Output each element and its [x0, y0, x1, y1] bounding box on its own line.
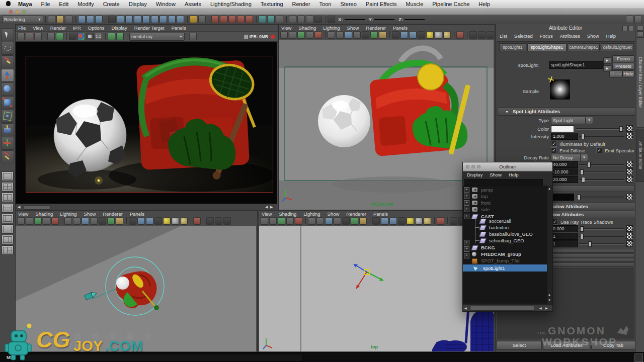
- vp-lock-camera-icon[interactable]: [289, 31, 296, 39]
- spot-light-attributes-section[interactable]: ▼Spot Light Attributes: [498, 108, 641, 116]
- vp-shaded-icon[interactable]: [400, 31, 408, 39]
- scroll-left-icon[interactable]: ◀: [539, 306, 542, 311]
- vp-use-lights-icon[interactable]: [407, 217, 414, 225]
- ray-depth-limit-input[interactable]: 1: [551, 240, 578, 247]
- slider-handle[interactable]: [581, 134, 585, 139]
- rendering-mask-icon[interactable]: [168, 16, 176, 23]
- vp-grid-icon[interactable]: [308, 217, 315, 225]
- rv-menu-render-target[interactable]: Render Target: [134, 25, 165, 31]
- menu-display[interactable]: Display: [124, 0, 151, 9]
- outliner-menu-display[interactable]: Display: [467, 172, 482, 177]
- slider-handle[interactable]: [582, 177, 585, 183]
- outliner-hscrollbar[interactable]: ◀ ◀ ▶: [463, 304, 552, 311]
- expander-icon[interactable]: +: [464, 253, 469, 258]
- vp-resolution-gate-icon[interactable]: [82, 217, 89, 225]
- sv-menu-show[interactable]: Show: [84, 211, 96, 217]
- decay-dropdown-arrow-icon[interactable]: ▼: [580, 154, 588, 161]
- vp-camera-attrs-icon[interactable]: [34, 217, 42, 225]
- use-raytrace-shadows-checkbox[interactable]: ✓ Use Ray Trace Shadows: [552, 219, 613, 225]
- slider-handle[interactable]: [580, 226, 584, 232]
- vp-lock-camera-icon[interactable]: [26, 217, 33, 225]
- penumbra-angle-input[interactable]: -10.000: [551, 168, 578, 175]
- menu-stereo[interactable]: Stereo: [336, 0, 361, 9]
- vp-film-gate-icon[interactable]: [336, 31, 344, 39]
- shadow-rays-map-button[interactable]: [626, 233, 633, 239]
- snap-point-icon[interactable]: [228, 16, 236, 23]
- vp-safe-title-icon[interactable]: [359, 217, 367, 225]
- close-window-icon[interactable]: [9, 10, 13, 14]
- command-line-input[interactable]: [20, 354, 303, 361]
- shadow-color-swatch[interactable]: [551, 194, 574, 201]
- z-coord-input[interactable]: [405, 19, 425, 20]
- persp-menu-shading[interactable]: Shading: [298, 25, 316, 31]
- x-coord-input[interactable]: [345, 19, 365, 20]
- scroll-down-icon[interactable]: ▼: [548, 298, 551, 303]
- surfaces-mask-icon[interactable]: [142, 16, 150, 23]
- rv-1to1-icon[interactable]: 1:1: [95, 33, 102, 40]
- raise-panel-icon[interactable]: [637, 26, 643, 31]
- select-all-mask-icon[interactable]: [117, 16, 124, 23]
- intensity-map-button[interactable]: [626, 133, 633, 139]
- vp-use-lights-icon[interactable]: [426, 31, 434, 39]
- select-hierarchy-icon[interactable]: [78, 16, 86, 23]
- rv-redo-render-icon[interactable]: [26, 33, 33, 40]
- sv-menu-renderer[interactable]: Renderer: [103, 211, 123, 217]
- ae-menu-focus[interactable]: Focus: [540, 33, 553, 39]
- persp-menu-lighting[interactable]: Lighting: [323, 25, 340, 31]
- vp-xray-joints-icon[interactable]: [478, 31, 486, 39]
- slider-handle[interactable]: [587, 162, 591, 167]
- vp-bookmark-icon[interactable]: [286, 217, 294, 225]
- input-connections-icon[interactable]: [259, 16, 266, 23]
- vp-textured-icon[interactable]: [409, 31, 417, 39]
- ae-menu-show[interactable]: Show: [587, 33, 599, 39]
- expander-icon[interactable]: +: [464, 200, 469, 206]
- vp-wireframe-icon[interactable]: [392, 31, 399, 39]
- emit-specular-checkbox[interactable]: ✓ Emit Specular: [596, 147, 634, 153]
- rv-menu-display[interactable]: Display: [112, 25, 127, 31]
- ae-show-button[interactable]: Show: [609, 70, 622, 77]
- rotate-tool-icon[interactable]: [1, 82, 14, 96]
- layout-persp-graph-icon[interactable]: [2, 224, 14, 234]
- menu-render[interactable]: Render: [288, 0, 315, 9]
- scroll-left-icon[interactable]: ◀: [464, 306, 467, 311]
- vp-isolate-select-icon[interactable]: [437, 217, 444, 225]
- ae-presets-button[interactable]: Presets: [612, 63, 634, 70]
- expander-icon[interactable]: +: [464, 207, 469, 212]
- zoom-window-icon[interactable]: [22, 10, 26, 14]
- vp-checker-icon[interactable]: [154, 217, 162, 225]
- scroll-right-icon[interactable]: ▶: [270, 205, 273, 210]
- persp-menu-renderer[interactable]: Renderer: [366, 25, 386, 31]
- layout-two-pane-stacked-icon[interactable]: [2, 203, 14, 213]
- select-object-icon[interactable]: [87, 16, 94, 23]
- sv-menu-lighting[interactable]: Lighting: [60, 211, 76, 217]
- vp-textured-icon[interactable]: [146, 217, 153, 225]
- vp-checker-icon[interactable]: [398, 217, 406, 225]
- ae-tab-spotlightshape1[interactable]: spotLightShape1: [527, 43, 567, 51]
- vp-bookmark-icon[interactable]: [43, 217, 50, 225]
- expander-icon[interactable]: +: [464, 194, 469, 199]
- ae-swap-up-icon[interactable]: ▶: [603, 57, 611, 64]
- rv-menu-ipr[interactable]: IPR: [73, 25, 81, 31]
- vp-select-camera-icon[interactable]: [261, 217, 268, 225]
- rv-menu-panels[interactable]: Panels: [172, 25, 186, 31]
- color-swatch[interactable]: [551, 125, 574, 132]
- sv-menu-shading[interactable]: Shading: [35, 211, 53, 217]
- light-radius-map-button[interactable]: [626, 225, 633, 232]
- dropoff-map-button[interactable]: [626, 176, 633, 183]
- mel-label[interactable]: MEL: [7, 355, 16, 360]
- save-scene-icon[interactable]: [65, 16, 72, 23]
- vp-shaded-icon[interactable]: [381, 217, 388, 225]
- side-viewport[interactable]: [16, 226, 256, 351]
- vp-wireframe-icon[interactable]: [372, 217, 380, 225]
- menu-set-selector[interactable]: Rendering ▼: [2, 16, 43, 23]
- lasso-select-tool-icon[interactable]: [1, 42, 14, 55]
- vp-textured-icon[interactable]: [389, 217, 397, 225]
- vp-checker-icon[interactable]: [418, 31, 425, 39]
- rv-open-icon[interactable]: [17, 33, 25, 40]
- render-view-canvas[interactable]: [16, 42, 277, 204]
- dropoff-slider[interactable]: [579, 179, 624, 180]
- vp-camera-attrs-icon[interactable]: [278, 217, 285, 225]
- vp-film-gate-icon[interactable]: [73, 217, 80, 225]
- persp-menu-view[interactable]: View: [281, 25, 291, 31]
- ae-menu-help[interactable]: Help: [606, 33, 616, 39]
